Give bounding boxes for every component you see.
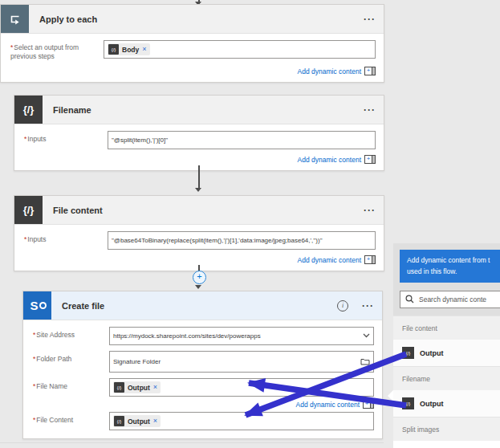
field-label: *Inputs: [24, 231, 108, 244]
dynamic-content-icon[interactable]: +: [364, 155, 376, 164]
close-icon[interactable]: ×: [142, 46, 146, 53]
inputs-field[interactable]: "@split(item(),'|')[0]": [108, 131, 376, 149]
card-title: File content: [53, 206, 103, 215]
body-token[interactable]: {/} Body ×: [108, 43, 150, 55]
panel-header: Add dynamic content from t used in this …: [400, 250, 500, 283]
folder-icon[interactable]: [360, 357, 370, 367]
search-placeholder: Search dynamic conte: [419, 295, 486, 303]
file-name-input[interactable]: {/} Output ×: [109, 378, 374, 397]
more-menu-button[interactable]: ···: [362, 300, 374, 312]
more-menu-button[interactable]: ···: [364, 14, 376, 25]
list-item-output[interactable]: {/} Output: [393, 390, 500, 417]
more-menu-button[interactable]: ···: [364, 104, 376, 116]
field-label: *Inputs: [24, 131, 108, 144]
card-title: Filename: [53, 105, 91, 115]
loop-icon: [1, 5, 29, 33]
connector-arrowhead: [195, 188, 201, 192]
expression-icon: {/}: [114, 382, 124, 393]
create-file-card: S Create file i ··· *Site Address https:…: [22, 291, 383, 439]
field-label: *Folder Path: [33, 351, 109, 364]
file-content-input[interactable]: {/} Output ×: [109, 412, 374, 430]
output-token[interactable]: {/} Output ×: [113, 415, 161, 427]
flow-designer-canvas: { "icons": { "ellipsis": "···", "express…: [0, 0, 500, 448]
scope-divider: [0, 442, 384, 443]
add-dynamic-content-link[interactable]: Add dynamic content: [298, 156, 361, 164]
field-label: *Select an output from previous steps: [10, 40, 104, 61]
connector-arrowhead: [195, 285, 201, 289]
panel-notch: [388, 390, 393, 401]
folder-path-input[interactable]: Signature Folder: [109, 351, 374, 373]
expression-icon: {/}: [108, 44, 119, 55]
expression-icon: {/}: [14, 196, 43, 224]
output-token[interactable]: {/} Output ×: [113, 381, 161, 393]
panel-header-text: used in this flow.: [407, 267, 500, 278]
dynamic-content-icon[interactable]: +: [363, 400, 374, 409]
info-icon[interactable]: i: [337, 300, 348, 312]
dynamic-content-icon[interactable]: +: [364, 255, 376, 264]
inputs-field[interactable]: "@base64ToBinary(replace(split(item(),'|…: [108, 231, 376, 250]
add-dynamic-content-link[interactable]: Add dynamic content: [298, 67, 361, 75]
expression-icon: {/}: [402, 347, 414, 359]
connector-line: [198, 165, 200, 188]
group-label-split-images: Split images: [393, 417, 500, 441]
card-title: Apply to each: [39, 14, 97, 24]
expression-icon: {/}: [114, 416, 124, 426]
search-icon: [405, 295, 414, 305]
filename-header[interactable]: {/} Filename ···: [14, 96, 384, 124]
dynamic-content-list: File content {/} Output Filename {/} Out…: [393, 316, 500, 448]
add-dynamic-content-link[interactable]: Add dynamic content: [296, 401, 360, 409]
expression-icon: {/}: [14, 96, 43, 124]
apply-to-each-card: Apply to each ··· *Select an output from…: [0, 4, 384, 83]
field-label: *Site Address: [33, 327, 109, 340]
select-output-input[interactable]: {/} Body ×: [104, 40, 376, 59]
field-label: *File Content: [33, 412, 109, 425]
dynamic-content-icon[interactable]: +: [364, 67, 376, 75]
create-file-header[interactable]: S Create file i ···: [23, 291, 382, 320]
close-icon[interactable]: ×: [153, 417, 157, 425]
add-dynamic-content-link[interactable]: Add dynamic content: [298, 256, 361, 264]
group-label-filename: Filename: [393, 366, 500, 390]
file-content-header[interactable]: {/} File content ···: [14, 196, 384, 225]
filename-card: {/} Filename ··· *Inputs "@split(item(),…: [14, 95, 384, 171]
panel-header-text: Add dynamic content from t: [407, 255, 500, 267]
sharepoint-icon: S: [23, 291, 51, 320]
card-title: Create file: [62, 301, 104, 311]
apply-to-each-header[interactable]: Apply to each ···: [1, 5, 384, 34]
file-content-card: {/} File content ··· *Inputs "@base64ToB…: [14, 195, 384, 271]
close-icon[interactable]: ×: [153, 384, 157, 391]
insert-step-button[interactable]: +: [193, 271, 206, 284]
site-address-select[interactable]: https://mydock.sharepoint.com/sites/dev/…: [109, 327, 374, 345]
group-label-file-content: File content: [393, 316, 500, 340]
dynamic-content-panel: Add dynamic content from t used in this …: [393, 243, 500, 448]
field-label: *File Name: [33, 378, 109, 391]
expression-icon: {/}: [402, 397, 414, 409]
chevron-down-icon[interactable]: [363, 332, 370, 340]
more-menu-button[interactable]: ···: [364, 205, 376, 216]
list-item-output[interactable]: {/} Output: [393, 340, 500, 366]
search-input[interactable]: Search dynamic conte: [400, 291, 500, 308]
